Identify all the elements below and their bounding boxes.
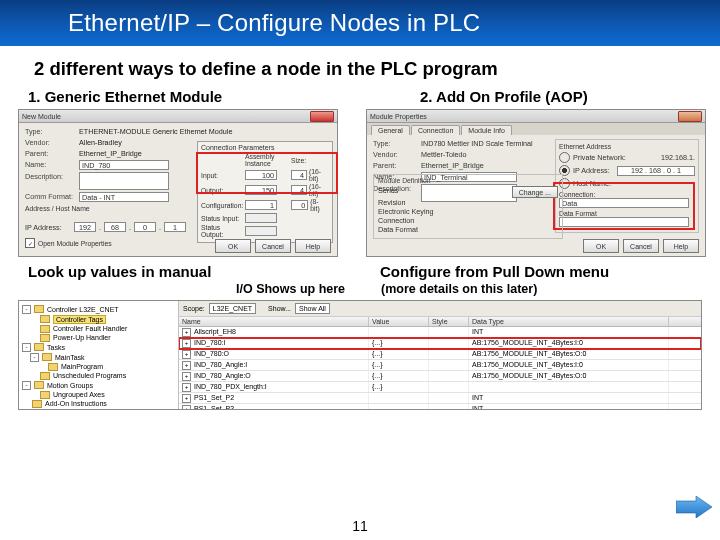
tree-label: Controller Fault Handler — [53, 325, 127, 332]
close-icon[interactable] — [310, 111, 334, 122]
expand-icon[interactable]: + — [182, 361, 191, 370]
show-select[interactable]: Show All — [295, 303, 330, 314]
change-button[interactable]: Change ... — [512, 186, 558, 198]
tag-style — [429, 382, 469, 392]
tree-item[interactable]: Add-On Instructions — [22, 399, 175, 408]
expand-icon[interactable]: - — [22, 305, 31, 314]
label: Type: — [25, 127, 79, 136]
tree-item[interactable]: -Motion Groups — [22, 380, 175, 390]
expand-icon[interactable]: - — [22, 381, 31, 390]
expand-icon[interactable]: - — [22, 409, 31, 411]
tree-label: Ungrouped Axes — [53, 391, 105, 398]
table-row[interactable]: +IND_780_Angle:I{...}AB:1756_MODULE_INT_… — [179, 360, 701, 371]
tree-item[interactable]: MainProgram — [22, 362, 175, 371]
aop-dialog: Module Properties General Connection Mod… — [366, 109, 706, 257]
expand-icon[interactable]: + — [182, 339, 191, 348]
expand-icon[interactable]: + — [182, 405, 191, 410]
mod-key: Electronic Keying — [378, 207, 558, 216]
ip-seg-2[interactable]: 68 — [104, 222, 126, 232]
cp-config-ai[interactable]: 1 — [245, 200, 277, 210]
mod-title: Module Definition — [378, 177, 558, 184]
dialog-titlebar: New Module — [19, 110, 337, 123]
tab-general[interactable]: General — [371, 125, 410, 135]
col-style[interactable]: Style — [429, 317, 469, 326]
col-value[interactable]: Value — [369, 317, 429, 326]
expand-icon[interactable]: + — [182, 372, 191, 381]
table-row[interactable]: +PS1_Set_P2INT — [179, 393, 701, 404]
name-input[interactable]: IND_780 — [79, 160, 169, 170]
radio-private-network[interactable] — [559, 152, 570, 163]
tag-style — [429, 338, 469, 348]
close-icon[interactable] — [678, 111, 702, 122]
folder-icon — [40, 391, 50, 399]
expand-icon[interactable]: + — [182, 328, 191, 337]
open-properties-label: Open Module Properties — [38, 240, 112, 247]
folder-icon — [40, 372, 50, 380]
expand-icon[interactable]: + — [182, 394, 191, 403]
left-caption: Look up values in manual — [28, 263, 350, 280]
tag-type: INT — [469, 393, 669, 403]
tag-value: {...} — [369, 338, 429, 348]
table-row[interactable]: +IND_780_PDX_length:I{...} — [179, 382, 701, 393]
ip-seg-3[interactable]: 0 — [134, 222, 156, 232]
tags-grid: Scope: L32E_CNET Show... Show All Name V… — [179, 301, 701, 409]
scope-select[interactable]: L32E_CNET — [209, 303, 256, 314]
table-row[interactable]: +IND_780:I{...}AB:1756_MODULE_INT_4Bytes… — [179, 338, 701, 349]
tree-item[interactable]: Controller Fault Handler — [22, 324, 175, 333]
tree-item[interactable]: Controller Tags — [22, 314, 175, 324]
slide-subheading: 2 different ways to define a node in the… — [34, 58, 720, 80]
col-name[interactable]: Name — [179, 317, 369, 326]
table-row[interactable]: +IND_780_Angle:O{...}AB:1756_MODULE_INT_… — [179, 371, 701, 382]
table-row[interactable]: +PS1_Set_P3INT — [179, 404, 701, 409]
description-input[interactable] — [79, 172, 169, 190]
ip-seg-4[interactable]: 1 — [164, 222, 186, 232]
cancel-button[interactable]: Cancel — [255, 239, 291, 253]
ip-seg-1[interactable]: 192 — [74, 222, 96, 232]
right-caption: Configure from Pull Down menu — [380, 263, 702, 280]
tree-label: Motion Groups — [47, 382, 93, 389]
tree-item[interactable]: -Controller L32E_CNET — [22, 304, 175, 314]
comm-format-select[interactable]: Data - INT — [79, 192, 169, 202]
cp-status-out — [245, 226, 277, 236]
expand-icon[interactable]: - — [30, 353, 39, 362]
cp-status-out-lbl: Status Output: — [201, 224, 243, 238]
svg-marker-0 — [676, 496, 712, 518]
eth-priv-label: Private Network: — [573, 153, 626, 162]
open-properties-checkbox[interactable]: ✓ — [25, 238, 35, 248]
help-button[interactable]: Help — [663, 239, 699, 253]
tree-item[interactable]: Unscheduled Programs — [22, 371, 175, 380]
tree-item[interactable]: -Data Types — [22, 408, 175, 410]
value: Ethernet_IP_Bridge — [421, 161, 484, 170]
col-type[interactable]: Data Type — [469, 317, 669, 326]
tag-style — [429, 327, 469, 337]
tree-item[interactable]: Ungrouped Axes — [22, 390, 175, 399]
tree-item[interactable]: -Tasks — [22, 342, 175, 352]
expand-icon[interactable]: + — [182, 383, 191, 392]
tag-name: IND_780_PDX_length:I — [194, 383, 267, 390]
tag-name: IND_780_Angle:I — [194, 361, 247, 368]
table-row[interactable]: +IND_780:O{...}AB:1756_MODULE_INT_4Bytes… — [179, 349, 701, 360]
ok-button[interactable]: OK — [215, 239, 251, 253]
help-button[interactable]: Help — [295, 239, 331, 253]
ethernet-address-group: Ethernet Address Private Network: 192.16… — [555, 139, 699, 233]
ok-button[interactable]: OK — [583, 239, 619, 253]
value: IND780 Mettler IND Scale Terminal — [421, 139, 533, 148]
next-arrow-icon[interactable] — [676, 496, 712, 518]
tree-item[interactable]: -MainTask — [22, 352, 175, 362]
tab-module-info[interactable]: Module Info — [461, 125, 512, 135]
tab-connection[interactable]: Connection — [411, 125, 460, 135]
tag-name: IND_780:I — [194, 339, 226, 346]
tree-label: Controller L32E_CNET — [47, 306, 119, 313]
cp-config-size[interactable]: 0 — [291, 200, 308, 210]
tree-item[interactable]: Power-Up Handler — [22, 333, 175, 342]
table-row[interactable]: +Allscript_EH8INT — [179, 327, 701, 338]
eth-ip-input[interactable]: 192 . 168 . 0 . 1 — [617, 166, 695, 176]
expand-icon[interactable]: - — [22, 343, 31, 352]
folder-icon — [32, 400, 42, 408]
expand-icon[interactable]: + — [182, 350, 191, 359]
cancel-button[interactable]: Cancel — [623, 239, 659, 253]
right-column: 2. Add On Profile (AOP) Module Propertie… — [360, 88, 702, 257]
dialog-title-text: Module Properties — [370, 113, 427, 120]
scope-label: Scope: — [183, 305, 205, 312]
folder-icon — [34, 409, 44, 410]
